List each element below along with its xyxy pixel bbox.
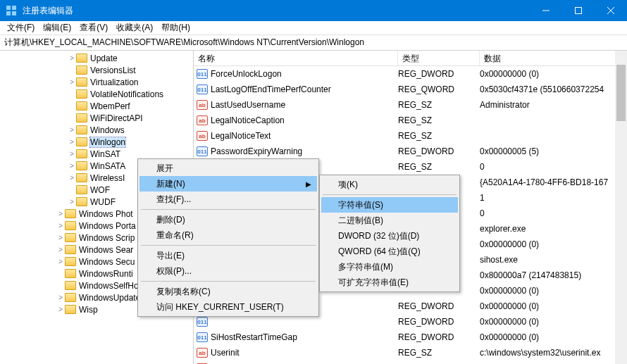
tree-item[interactable]: WbemPerf [0, 100, 193, 112]
tree-item[interactable]: >Update [0, 52, 193, 64]
menu-favorites[interactable]: 收藏夹(A) [112, 20, 157, 35]
value-type: REG_SZ [398, 115, 480, 125]
maximize-button[interactable] [562, 0, 595, 21]
expand-icon[interactable]: > [68, 150, 76, 158]
list-row[interactable]: 011ForceUnlockLogonREG_DWORD0x00000000 (… [194, 66, 627, 82]
col-type[interactable]: 类型 [398, 51, 480, 65]
expand-icon[interactable]: > [68, 174, 76, 182]
scrollbar[interactable] [615, 51, 627, 364]
ctx-new-multistring[interactable]: 多字符串值(M) [321, 259, 458, 275]
value-data: 0x5030cf4371e (5510660372254 [480, 84, 627, 94]
col-name[interactable]: 名称 [194, 51, 398, 65]
expand-icon[interactable]: > [56, 258, 65, 265]
value-data: explorer.exe [480, 224, 627, 234]
folder-icon [76, 77, 87, 87]
list-row[interactable]: 011PasswordExpiryWarningREG_DWORD0x00000… [194, 144, 627, 159]
value-data: 0x00000000 (0) [480, 239, 627, 249]
expand-icon[interactable]: > [68, 126, 76, 134]
ctx-export[interactable]: 导出(E) [139, 248, 317, 263]
ctx-new-qword[interactable]: QWORD (64 位)值(Q) [321, 244, 458, 259]
folder-icon [65, 245, 76, 254]
ctx-goto-hkcu[interactable]: 访问 HKEY_CURRENT_USER(T) [139, 299, 317, 315]
tree-label: WindowsRunti [79, 269, 133, 279]
tree-item[interactable]: >Windows [0, 124, 193, 136]
ctx-find[interactable]: 查找(F)... [139, 192, 317, 207]
expand-icon[interactable]: > [68, 198, 76, 206]
folder-icon [76, 89, 87, 99]
tree-label: Winlogon [90, 137, 125, 147]
value-data: 0x00000000 (0) [480, 301, 627, 311]
ctx-copy-key-name[interactable]: 复制项名称(C) [139, 284, 317, 299]
ctx-new-expandstring[interactable]: 可扩充字符串值(E) [321, 275, 458, 290]
list-row[interactable]: abVMAppletREG_SZSystemPropertiesPerforma… [194, 360, 627, 364]
expand-icon[interactable]: > [56, 294, 65, 301]
string-value-icon: ab [197, 131, 208, 141]
value-name: PasswordExpiryWarning [211, 146, 302, 156]
list-row[interactable]: 011LastLogOffEndTimePerfCounterREG_QWORD… [194, 82, 627, 97]
expand-icon[interactable]: > [68, 54, 76, 62]
string-value-icon: ab [197, 115, 208, 125]
tree-label: WirelessI [90, 173, 125, 183]
menu-help[interactable]: 帮助(H) [157, 20, 194, 35]
expand-icon[interactable]: > [68, 78, 76, 86]
tree-item[interactable]: VolatileNotifications [0, 88, 193, 100]
expand-icon[interactable]: > [56, 246, 65, 253]
tree-label: Windows Sear [79, 245, 133, 255]
close-button[interactable] [595, 0, 627, 21]
binary-value-icon: 011 [197, 84, 208, 94]
expand-icon[interactable]: > [56, 306, 65, 313]
ctx-new-string[interactable]: 字符串值(S) [321, 197, 458, 213]
folder-icon [65, 209, 76, 218]
svg-rect-3 [12, 11, 16, 15]
value-data: 0x00000000 (0) [480, 69, 627, 79]
svg-rect-1 [12, 6, 16, 10]
list-row[interactable]: abLastUsedUsernameREG_SZAdministrator [194, 97, 627, 113]
address-text: 计算机\HKEY_LOCAL_MACHINE\SOFTWARE\Microsof… [4, 37, 364, 49]
expand-icon[interactable]: > [56, 234, 65, 241]
menu-view[interactable]: 查看(V) [75, 20, 112, 35]
folder-icon [65, 257, 76, 266]
tree-item[interactable]: >Winlogon [0, 136, 193, 148]
scrollbar-thumb[interactable] [616, 65, 626, 121]
expand-icon[interactable]: > [56, 210, 65, 218]
tree-label: WiFiDirectAPI [90, 113, 143, 123]
tree-label: VolatileNotifications [90, 89, 163, 99]
ctx-new-binary[interactable]: 二进制值(B) [321, 213, 458, 228]
ctx-new[interactable]: 新建(N)▶ [139, 176, 317, 192]
address-bar[interactable]: 计算机\HKEY_LOCAL_MACHINE\SOFTWARE\Microsof… [0, 35, 627, 51]
ctx-rename[interactable]: 重命名(R) [139, 227, 317, 243]
value-type: REG_SZ [398, 348, 480, 358]
value-data: sihost.exe [480, 255, 627, 265]
separator [141, 281, 316, 282]
folder-icon [65, 221, 76, 230]
folder-icon [65, 281, 76, 290]
tree-label: Windows Scrip [79, 233, 135, 243]
list-row[interactable]: abLegalNoticeCaptionREG_SZ [194, 113, 627, 128]
value-name: ForceUnlockLogon [211, 69, 282, 79]
ctx-expand[interactable]: 展开 [139, 161, 317, 176]
ctx-permissions[interactable]: 权限(P)... [139, 263, 317, 279]
ctx-delete[interactable]: 删除(D) [139, 212, 317, 227]
ctx-new-key[interactable]: 项(K) [321, 177, 458, 192]
list-row[interactable]: 011SiHostRestartTimeGapREG_DWORD0x000000… [194, 330, 627, 345]
folder-icon [65, 293, 76, 302]
list-row[interactable]: abUserinitREG_SZc:\windows\system32\user… [194, 345, 627, 360]
list-row[interactable]: abLegalNoticeTextREG_SZ [194, 128, 627, 144]
tree-item[interactable]: >Virtualization [0, 76, 193, 88]
menu-file[interactable]: 文件(F) [3, 20, 39, 35]
ctx-new-dword[interactable]: DWORD (32 位)值(D) [321, 228, 458, 244]
tree-label: Update [90, 54, 118, 63]
col-data[interactable]: 数据 [480, 51, 627, 65]
tree-item[interactable]: VersionsList [0, 64, 193, 76]
minimize-button[interactable] [530, 0, 562, 21]
expand-icon[interactable]: > [68, 138, 76, 146]
value-type: REG_DWORD [398, 146, 480, 156]
tree-item[interactable]: WiFiDirectAPI [0, 112, 193, 124]
menu-edit[interactable]: 编辑(E) [39, 20, 75, 35]
tree-label: WindowsUpdate [79, 293, 140, 303]
context-submenu-new: 项(K) 字符串值(S) 二进制值(B) DWORD (32 位)值(D) QW… [319, 175, 460, 292]
expand-icon[interactable]: > [56, 222, 65, 230]
binary-value-icon: 011 [197, 69, 208, 79]
value-data: Administrator [480, 100, 627, 110]
expand-icon[interactable]: > [68, 162, 76, 170]
